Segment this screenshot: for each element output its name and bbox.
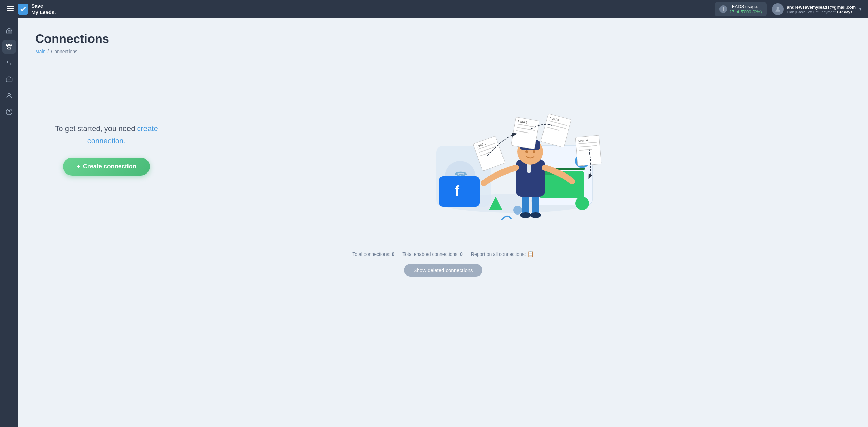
top-header: Save My Leads. i LEADS usage: 17 of 5'00… <box>0 0 868 18</box>
total-enabled-value: 0 <box>460 251 463 257</box>
svg-text:f: f <box>455 183 460 199</box>
breadcrumb-separator: / <box>47 49 49 54</box>
logo[interactable]: Save My Leads. <box>18 3 56 15</box>
svg-rect-22 <box>439 176 480 207</box>
svg-rect-0 <box>7 6 14 7</box>
sidebar-item-connections[interactable] <box>2 40 16 54</box>
report-label: Report on all connections: <box>471 251 526 257</box>
total-connections-value: 0 <box>392 251 394 257</box>
sidebar-item-integrations[interactable] <box>2 73 16 86</box>
report-icon[interactable]: 📋 <box>527 251 534 257</box>
svg-point-15 <box>8 93 11 96</box>
svg-rect-5 <box>10 44 12 46</box>
svg-point-30 <box>575 197 589 210</box>
info-icon: i <box>719 5 727 13</box>
sidebar <box>0 18 18 427</box>
leads-usage-text: LEADS usage: 17 of 5'000 (0%) <box>730 4 762 14</box>
avatar <box>772 3 784 15</box>
footer-stats: Total connections: 0 Total enabled conne… <box>35 251 851 277</box>
main-content: Connections Main / Connections To get st… <box>18 18 868 427</box>
sidebar-item-help[interactable] <box>2 105 16 119</box>
svg-rect-4 <box>7 44 9 46</box>
create-connection-button[interactable]: + Create connection <box>63 158 150 176</box>
total-enabled-label: Total enabled connections: <box>402 251 459 257</box>
hamburger-button[interactable] <box>7 5 14 14</box>
svg-point-42 <box>525 150 528 153</box>
logo-text: Save My Leads. <box>31 3 56 15</box>
sidebar-item-home[interactable] <box>2 24 16 37</box>
total-connections-label: Total connections: <box>352 251 390 257</box>
svg-point-43 <box>533 150 535 153</box>
svg-point-31 <box>513 206 522 215</box>
breadcrumb-current: Connections <box>51 49 77 54</box>
user-email: andrewsavemyleads@gmail.com <box>787 5 856 10</box>
illustration: ☎ f <box>178 78 851 220</box>
total-enabled-stat: Total enabled connections: 0 <box>402 251 463 257</box>
report-stat: Report on all connections: 📋 <box>471 251 534 257</box>
page-title: Connections <box>35 32 851 46</box>
intro-text: To get started, you need create connecti… <box>35 123 178 146</box>
create-btn-icon: + <box>77 163 80 170</box>
stats-row: Total connections: 0 Total enabled conne… <box>35 251 851 257</box>
app-body: Connections Main / Connections To get st… <box>0 18 868 427</box>
breadcrumb-main-link[interactable]: Main <box>35 49 45 54</box>
leads-usage-badge[interactable]: i LEADS usage: 17 of 5'000 (0%) <box>715 2 767 16</box>
svg-point-35 <box>520 212 531 218</box>
create-btn-label: Create connection <box>83 163 136 170</box>
breadcrumb: Main / Connections <box>35 49 851 54</box>
left-content: To get started, you need create connecti… <box>35 123 178 175</box>
sidebar-item-billing[interactable] <box>2 56 16 70</box>
svg-rect-2 <box>7 10 14 11</box>
show-deleted-button[interactable]: Show deleted connections <box>404 264 482 277</box>
svg-rect-1 <box>7 8 14 9</box>
header-left: Save My Leads. <box>7 3 56 15</box>
svg-point-36 <box>530 212 541 218</box>
sidebar-item-account[interactable] <box>2 89 16 102</box>
user-info: andrewsavemyleads@gmail.com Plan |Basic|… <box>787 5 856 14</box>
chevron-down-icon: ▾ <box>859 7 861 12</box>
total-connections-stat: Total connections: 0 <box>352 251 394 257</box>
user-section[interactable]: andrewsavemyleads@gmail.com Plan |Basic|… <box>772 3 861 15</box>
logo-icon <box>18 4 28 15</box>
user-plan: Plan |Basic| left until payment 137 days <box>787 10 856 14</box>
svg-rect-6 <box>8 48 11 49</box>
content-area: To get started, you need create connecti… <box>35 68 851 230</box>
header-right: i LEADS usage: 17 of 5'000 (0%) andrewsa… <box>715 2 861 16</box>
svg-point-3 <box>776 7 779 9</box>
